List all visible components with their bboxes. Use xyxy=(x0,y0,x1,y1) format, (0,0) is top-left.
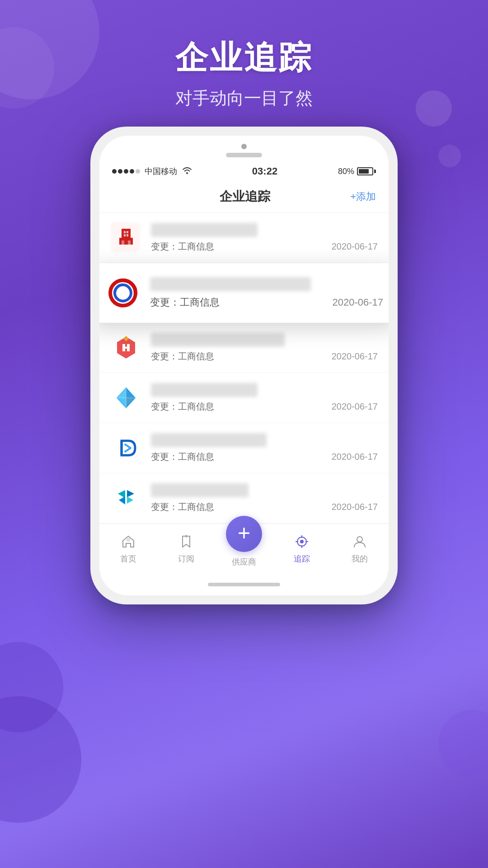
company-name-5: 兰州能源投资集团有限公司 xyxy=(151,433,378,447)
signal-dots xyxy=(112,169,140,174)
change-info-4: 变更：工商信息 xyxy=(151,401,214,413)
company-logo-2 xyxy=(105,275,141,311)
svg-point-33 xyxy=(300,540,304,543)
phone-inner: 中国移动 03:22 80% xyxy=(99,136,389,595)
home-indicator xyxy=(99,576,389,595)
nav-item-track[interactable]: 追踪 xyxy=(273,533,331,564)
status-right: 80% xyxy=(338,167,376,176)
battery-percent: 80% xyxy=(338,167,354,176)
svg-rect-29 xyxy=(127,538,130,542)
main-title: 企业追踪 xyxy=(0,36,488,80)
status-left: 中国移动 xyxy=(112,166,192,177)
status-bar: 中国移动 03:22 80% xyxy=(99,162,389,181)
item-row-6: 变更：工商信息 2020-06-17 xyxy=(151,501,378,513)
svg-rect-5 xyxy=(124,234,126,236)
track-icon xyxy=(293,533,311,551)
signal-dot-5 xyxy=(136,169,140,174)
nav-item-home[interactable]: 首页 xyxy=(99,533,157,564)
battery-icon xyxy=(357,167,376,175)
list-item-5[interactable]: 兰州能源投资集团有限公司 变更：工商信息 2020-06-17 xyxy=(99,423,389,473)
company-name-6: 甘肃博源广告有限公司 xyxy=(151,483,378,497)
change-date-5: 2020-06-17 xyxy=(332,452,378,462)
change-info-5: 变更：工商信息 xyxy=(151,451,214,463)
phone-top xyxy=(99,136,389,162)
highlighted-change-info: 变更：工商信息 xyxy=(150,296,220,309)
nav-item-supplier[interactable]: + 供应商 xyxy=(215,529,273,567)
change-date-3: 2020-06-17 xyxy=(332,351,378,362)
company-logo-5 xyxy=(110,432,142,464)
bottom-nav: 首页 订阅 + xyxy=(99,524,389,576)
company-logo-1 xyxy=(110,222,142,254)
nav-label-supplier: 供应商 xyxy=(232,557,256,567)
change-info-6: 变更：工商信息 xyxy=(151,501,214,513)
nav-item-subscribe[interactable]: 订阅 xyxy=(157,533,215,564)
home-bar xyxy=(208,583,280,586)
item-row-4: 变更：工商信息 2020-06-17 xyxy=(151,401,378,413)
list-item-3[interactable]: 兰州德嘉再生能源开发有限公司 变更：工商信息 2020-06-17 xyxy=(99,323,389,373)
user-icon xyxy=(351,533,369,551)
highlighted-item-content: 甘肃电气装备集团石水暖工程有限公司 变更：工商信息 2020-06-17 xyxy=(150,277,383,309)
change-date-1: 2020-06-17 xyxy=(332,241,378,252)
nav-label-track: 追踪 xyxy=(294,553,310,564)
item-content-1: 甘肃建和源商贸有限公司 变更：工商信息 2020-06-17 xyxy=(151,223,378,253)
phone-speaker xyxy=(226,153,262,157)
item-row-3: 变更：工商信息 2020-06-17 xyxy=(151,350,378,363)
nav-label-mine: 我的 xyxy=(352,553,368,564)
highlighted-card-wrapper: 甘肃电气装备集团石水暖工程有限公司 变更：工商信息 2020-06-17 xyxy=(99,263,389,323)
battery-tip xyxy=(374,170,376,173)
svg-rect-4 xyxy=(127,231,128,233)
svg-rect-2 xyxy=(119,238,133,245)
change-info-3: 变更：工商信息 xyxy=(151,350,214,363)
phone-mockup: 中国移动 03:22 80% xyxy=(90,127,398,604)
phone-camera xyxy=(241,144,247,149)
home-icon xyxy=(119,533,137,551)
company-name-1: 甘肃建和源商贸有限公司 xyxy=(151,223,378,237)
signal-dot-4 xyxy=(130,169,134,174)
change-info-1: 变更：工商信息 xyxy=(151,241,214,253)
bg-decoration-6 xyxy=(0,696,81,823)
company-logo-6 xyxy=(110,482,142,514)
item-content-6: 甘肃博源广告有限公司 变更：工商信息 2020-06-17 xyxy=(151,483,378,513)
svg-rect-28 xyxy=(113,485,140,512)
change-date-4: 2020-06-17 xyxy=(332,401,378,412)
signal-dot-3 xyxy=(124,169,128,174)
change-date-6: 2020-06-17 xyxy=(332,502,378,512)
highlighted-item-row: 变更：工商信息 2020-06-17 xyxy=(150,296,383,309)
company-name-3: 兰州德嘉再生能源开发有限公司 xyxy=(151,333,378,347)
list-item-1[interactable]: 甘肃建和源商贸有限公司 变更：工商信息 2020-06-17 xyxy=(99,213,389,263)
svg-rect-3 xyxy=(124,231,126,233)
svg-point-38 xyxy=(357,537,362,542)
nav-label-subscribe: 订阅 xyxy=(178,553,194,564)
highlighted-card[interactable]: 甘肃电气装备集团石水暖工程有限公司 变更：工商信息 2020-06-17 xyxy=(99,263,389,323)
company-name-4: 兰州生能源开发有限公司 xyxy=(151,383,378,397)
signal-dot-2 xyxy=(118,169,122,174)
bookmark-icon xyxy=(177,533,195,551)
nav-item-mine[interactable]: 我的 xyxy=(331,533,389,564)
signal-dot-1 xyxy=(112,169,117,174)
company-logo-4 xyxy=(110,382,142,414)
bg-decoration-7 xyxy=(438,710,488,778)
svg-rect-17 xyxy=(122,347,130,349)
nav-label-home: 首页 xyxy=(120,553,136,564)
nav-add-button[interactable]: + xyxy=(226,516,262,552)
app-header-title: 企业追踪 xyxy=(139,188,350,205)
app-header: 企业追踪 +添加 xyxy=(99,181,389,213)
highlighted-change-date: 2020-06-17 xyxy=(332,297,383,308)
status-time: 03:22 xyxy=(252,165,277,177)
highlighted-company-name: 甘肃电气装备集团石水暖工程有限公司 xyxy=(150,277,383,291)
item-row-5: 变更：工商信息 2020-06-17 xyxy=(151,451,378,463)
item-content-5: 兰州能源投资集团有限公司 变更：工商信息 2020-06-17 xyxy=(151,433,378,463)
company-logo-3 xyxy=(110,332,142,363)
battery-body xyxy=(357,167,373,175)
wifi-icon xyxy=(183,167,192,176)
item-content-4: 兰州生能源开发有限公司 变更：工商信息 2020-06-17 xyxy=(151,383,378,413)
carrier-text: 中国移动 xyxy=(145,166,177,177)
phone-frame: 中国移动 03:22 80% xyxy=(90,127,398,604)
sub-title: 对手动向一目了然 xyxy=(0,87,488,110)
svg-rect-6 xyxy=(127,234,128,236)
list-item-4[interactable]: 兰州生能源开发有限公司 变更：工商信息 2020-06-17 xyxy=(99,373,389,423)
add-tracking-button[interactable]: +添加 xyxy=(350,190,376,203)
svg-rect-8 xyxy=(128,241,131,245)
header-section: 企业追踪 对手动向一目了然 xyxy=(0,0,488,110)
bg-decoration-4 xyxy=(438,145,461,167)
